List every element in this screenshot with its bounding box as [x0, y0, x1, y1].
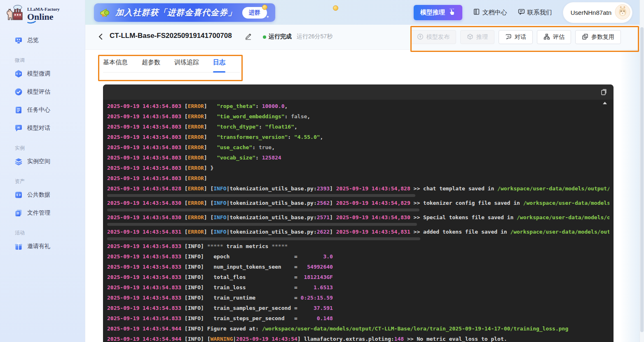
log-wrapped-line-bar — [107, 223, 614, 227]
page: { "brand": {"top": "LLaMA-Factory", "bot… — [0, 0, 644, 342]
scroll-up-icon[interactable] — [603, 102, 607, 104]
page-scrollbar-thumb[interactable] — [640, 27, 644, 332]
log-line: 2025-09-19 14:43:54.803 [ERROR] — [107, 173, 609, 183]
log-wrapped-line-bar — [107, 237, 614, 241]
sidebar-item-files[interactable]: 文件管理 — [14, 205, 81, 221]
docs-label: 文档中心 — [482, 9, 507, 16]
sidebar-item-label: 公共数据 — [27, 191, 50, 199]
reuse-params-icon — [582, 33, 588, 41]
sidebar-item-label: 模型微调 — [27, 70, 50, 77]
status-dot — [263, 35, 266, 39]
megaphone-icon — [99, 7, 111, 19]
sidebar-item-label: 模型对话 — [27, 124, 50, 132]
llama-factory-logo-icon — [5, 4, 25, 24]
detail-tabs: 基本信息超参数训练追踪日志 — [103, 59, 240, 73]
tasks-icon — [14, 105, 23, 115]
log-line: 2025-09-19 14:43:54.833 [INFO] epoch = 3… — [107, 251, 609, 262]
log-wrapped-line-bar-fill — [107, 223, 417, 226]
log-line: 2025-09-19 14:43:54.803 [ERROR] "tie_wor… — [107, 111, 609, 122]
log-content[interactable]: 2025-09-19 14:43:54.803 [ERROR] "rope_th… — [103, 100, 614, 342]
publish-icon — [417, 33, 424, 41]
tab-basic-info[interactable]: 基本信息 — [103, 59, 128, 66]
inference-button[interactable]: 推理 — [460, 30, 494, 44]
run-duration: 运行26分57秒 — [297, 33, 333, 40]
docs-center-link[interactable]: 文档中心 — [473, 8, 507, 16]
docs-icon — [473, 8, 480, 16]
overview-icon — [14, 36, 23, 45]
evaluate-button[interactable]: 评估 — [537, 30, 571, 44]
instance-icon — [14, 157, 23, 166]
model-inference-label: 模型推理 — [420, 9, 445, 16]
sidebar-nav: 总览微调模型微调模型评估任务中心AI模型对话实例实例空间资产公共数据文件管理活动… — [0, 32, 85, 255]
contact-icon — [518, 8, 525, 16]
files-icon — [14, 208, 23, 218]
user-menu[interactable]: UserNHn87atn — [563, 2, 632, 23]
contact-label: 联系我们 — [527, 9, 552, 16]
dialog-button[interactable]: 对话 — [499, 30, 533, 44]
sidebar-item-tasks[interactable]: 任务中心 — [14, 102, 81, 118]
community-banner[interactable]: 加入社群获「进群金喜代金券」 进群 ✦ — [94, 3, 275, 22]
reuse-params-label: 参数复用 — [591, 33, 614, 41]
pointer-hand-icon — [448, 8, 456, 17]
public-data-icon — [14, 190, 23, 199]
evaluate-label: 评估 — [553, 33, 564, 41]
log-line: 2025-09-19 14:43:54.830 [ERROR] [INFO|to… — [107, 198, 609, 208]
log-wrapped-line-bar-fill — [107, 208, 419, 211]
log-line: 2025-09-19 14:43:54.828 [ERROR] [INFO|to… — [107, 183, 609, 194]
log-line: 2025-09-19 14:43:54.833 [INFO] num_input… — [107, 262, 609, 272]
avatar — [615, 4, 630, 21]
sidebar-item-label: 任务中心 — [27, 106, 50, 114]
sidebar-item-instance[interactable]: 实例空间 — [14, 153, 81, 170]
brand-text: LLaMA-Factory Online — [27, 7, 60, 21]
sidebar-item-finetune[interactable]: 模型微调 — [14, 66, 81, 82]
log-line: 2025-09-19 14:43:54.803 [ERROR] } — [107, 163, 609, 173]
job-header: CT-LLM-Base-FS20250919141700708 运行完成 运行2… — [85, 25, 644, 50]
log-wrapped-line-bar-fill — [107, 194, 415, 197]
main-content: CT-LLM-Base-FS20250919141700708 运行完成 运行2… — [85, 25, 644, 342]
username: UserNHn87atn — [571, 9, 611, 16]
sidebar-item-public-data[interactable]: 公共数据 — [14, 187, 81, 203]
sidebar-section-title: 实例 — [15, 145, 85, 152]
job-title: CT-LLM-Base-FS20250919141700708 — [110, 32, 232, 40]
log-line: 2025-09-19 14:43:54.803 [ERROR] "use_cac… — [107, 142, 609, 152]
sidebar-section-title: 微调 — [15, 57, 85, 64]
app-logo[interactable]: LLaMA-Factory Online — [0, 0, 85, 26]
sidebar-item-label: 邀请有礼 — [27, 243, 50, 250]
log-terminal-header — [103, 84, 614, 100]
sidebar-item-chat[interactable]: AI模型对话 — [14, 120, 81, 136]
log-line: 2025-09-19 14:43:54.833 [INFO] train_run… — [107, 293, 609, 303]
log-line: 2025-09-19 14:43:54.803 [ERROR] "transfo… — [107, 132, 609, 142]
sidebar-item-label: 文件管理 — [27, 209, 50, 217]
reuse-params-button[interactable]: 参数复用 — [575, 30, 621, 44]
tab-training-trace[interactable]: 训练追踪 — [174, 59, 199, 66]
sidebar-item-evaluate[interactable]: 模型评估 — [14, 84, 81, 100]
edit-title-icon[interactable] — [245, 33, 252, 40]
log-terminal: 2025-09-19 14:43:54.803 [ERROR] "rope_th… — [103, 84, 614, 342]
log-line: 2025-09-19 14:43:54.803 [ERROR] "torch_d… — [107, 122, 609, 132]
publish-button[interactable]: 模型发布 — [410, 30, 456, 44]
finetune-icon — [14, 69, 23, 78]
log-line: 2025-09-19 14:43:54.833 [INFO] train_los… — [107, 282, 609, 293]
sidebar-item-label: 总览 — [27, 37, 39, 44]
tab-hyperparams[interactable]: 超参数 — [142, 59, 160, 66]
sidebar-item-overview[interactable]: 总览 — [14, 32, 81, 49]
tab-logs[interactable]: 日志 — [213, 59, 225, 66]
log-line: 2025-09-19 14:43:54.833 [INFO] ***** tra… — [107, 241, 609, 251]
action-buttons: 模型发布推理对话评估参数复用 — [410, 30, 621, 44]
status-text: 运行完成 — [269, 33, 292, 40]
back-button[interactable] — [97, 33, 105, 40]
sidebar-item-invite[interactable]: 邀请有礼 — [14, 238, 81, 255]
brand-bottom: Online — [27, 12, 60, 21]
inference-label: 推理 — [476, 33, 488, 41]
log-line: 2025-09-19 14:43:54.803 [ERROR] "rope_th… — [107, 101, 609, 111]
model-inference-button[interactable]: 模型推理 — [414, 5, 462, 20]
sidebar-section-title: 资产 — [15, 178, 85, 185]
svg-text:AI: AI — [17, 126, 20, 129]
page-scrollbar[interactable] — [639, 0, 644, 342]
sidebar-section-title: 活动 — [15, 230, 85, 237]
log-line: 2025-09-19 14:43:54.944 [INFO] [WARNING|… — [107, 334, 609, 342]
copy-log-icon[interactable] — [600, 88, 608, 96]
contact-us-link[interactable]: 联系我们 — [518, 8, 552, 16]
brand-top: LLaMA-Factory — [27, 7, 60, 12]
dialog-icon — [505, 33, 512, 41]
